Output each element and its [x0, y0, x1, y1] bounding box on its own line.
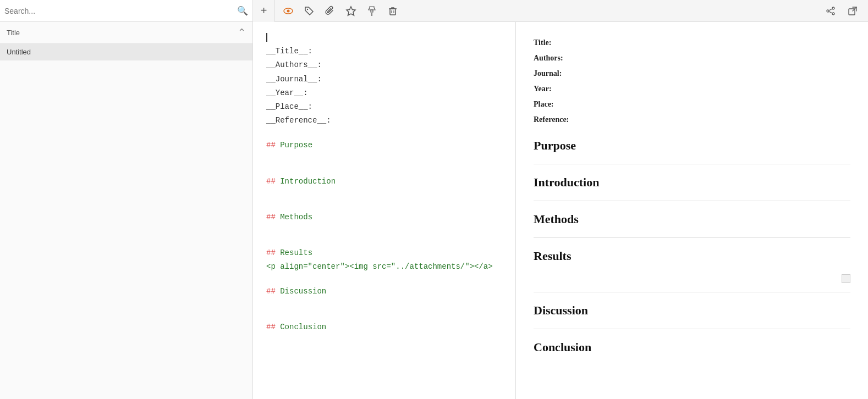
- section-conclusion-heading: ## Conclusion: [266, 323, 326, 331]
- preview-introduction-title: Introduction: [534, 164, 850, 196]
- eye-button[interactable]: [279, 2, 297, 20]
- meta-place-label: Place:: [534, 97, 554, 112]
- right-toolbar: [815, 2, 868, 20]
- spacer-8: [266, 274, 502, 285]
- search-input[interactable]: [4, 7, 237, 15]
- spacer-10: [266, 309, 502, 320]
- section-introduction-heading: ## Introduction: [266, 177, 336, 186]
- meta-title-label: Title:: [534, 35, 551, 51]
- section-purpose-heading: ## Purpose: [266, 141, 312, 149]
- preview-section-conclusion: Conclusion: [534, 329, 850, 361]
- preview-meta: Title: Authors: Journal: Year: Place: Re…: [534, 35, 850, 128]
- preview-image: [842, 274, 850, 283]
- spacer-5: [266, 199, 502, 210]
- search-area: 🔍: [0, 0, 253, 21]
- preview-conclusion-title: Conclusion: [534, 329, 850, 361]
- spacer-7: [266, 235, 502, 246]
- preview-purpose-title: Purpose: [534, 138, 850, 159]
- svg-point-11: [832, 13, 834, 15]
- meta-reference: Reference:: [534, 112, 850, 128]
- meta-authors: Authors:: [534, 51, 850, 66]
- svg-rect-6: [390, 9, 395, 15]
- meta-year-label: Year:: [534, 81, 552, 97]
- pin-button[interactable]: [363, 2, 381, 20]
- preview-section-discussion: Discussion: [534, 292, 850, 324]
- sidebar-header: Title ⌃: [0, 22, 252, 43]
- add-button[interactable]: +: [253, 0, 275, 22]
- preview-pane: Title: Authors: Journal: Year: Place: Re…: [516, 22, 868, 399]
- svg-point-10: [832, 7, 834, 9]
- doc-toolbar: [275, 2, 815, 20]
- external-link-button[interactable]: [844, 2, 861, 20]
- svg-point-2: [307, 8, 308, 9]
- tag-button[interactable]: [300, 2, 318, 20]
- meta-title: Title:: [534, 35, 850, 51]
- preview-discussion-title: Discussion: [534, 292, 850, 324]
- meta-journal: Journal:: [534, 66, 850, 81]
- meta-place: Place:: [534, 97, 850, 112]
- front-matter-place: __Place__:: [266, 100, 502, 114]
- cursor: [266, 33, 267, 42]
- meta-journal-label: Journal:: [534, 66, 562, 81]
- front-matter: __Title__: __Authors__: __Journal__: __Y…: [266, 45, 502, 128]
- svg-line-14: [829, 12, 832, 13]
- spacer-3: [266, 164, 502, 175]
- main-content: Title ⌃ Untitled __Title__: __Authors__:…: [0, 22, 868, 399]
- svg-point-1: [287, 9, 290, 12]
- spacer-9: [266, 298, 502, 309]
- front-matter-title: __Title__:: [266, 45, 502, 58]
- spacer-4: [266, 189, 502, 199]
- front-matter-reference: __Reference__:: [266, 114, 502, 128]
- sidebar-item-label: Untitled: [7, 48, 31, 56]
- meta-reference-label: Reference:: [534, 112, 569, 128]
- svg-line-13: [829, 9, 832, 10]
- editor-pane[interactable]: __Title__: __Authors__: __Journal__: __Y…: [253, 22, 516, 399]
- svg-marker-3: [347, 7, 355, 15]
- meta-authors-label: Authors:: [534, 51, 563, 66]
- star-button[interactable]: [342, 2, 360, 20]
- front-matter-authors: __Authors__:: [266, 58, 502, 72]
- toolbar: 🔍 +: [0, 0, 868, 22]
- section-methods-heading: ## Methods: [266, 213, 312, 221]
- preview-results-title: Results: [534, 237, 850, 270]
- spacer-2: [266, 153, 502, 164]
- front-matter-journal: __Journal__:: [266, 73, 502, 86]
- meta-year: Year:: [534, 81, 850, 97]
- sidebar-items: Untitled: [0, 43, 252, 399]
- preview-section-results: Results: [534, 237, 850, 287]
- share-button[interactable]: [822, 2, 839, 20]
- sidebar-collapse-button[interactable]: ⌃: [238, 26, 246, 38]
- preview-section-purpose: Purpose: [534, 138, 850, 159]
- preview-methods-title: Methods: [534, 201, 850, 233]
- front-matter-year: __Year__:: [266, 86, 502, 100]
- section-discussion-heading: ## Discussion: [266, 287, 326, 296]
- attachment-button[interactable]: [321, 2, 339, 20]
- sidebar: Title ⌃ Untitled: [0, 22, 253, 399]
- section-results-heading: ## Results: [266, 248, 312, 257]
- search-icon[interactable]: 🔍: [237, 5, 248, 16]
- html-img-line: <p align="center"><img src="../attachmen…: [266, 262, 493, 271]
- svg-point-12: [827, 10, 829, 12]
- trash-button[interactable]: [384, 2, 402, 20]
- preview-section-methods: Methods: [534, 201, 850, 233]
- spacer-1: [266, 128, 502, 138]
- preview-section-introduction: Introduction: [534, 164, 850, 196]
- sidebar-title: Title: [7, 29, 20, 37]
- sidebar-item-untitled[interactable]: Untitled: [0, 43, 252, 60]
- spacer-6: [266, 224, 502, 235]
